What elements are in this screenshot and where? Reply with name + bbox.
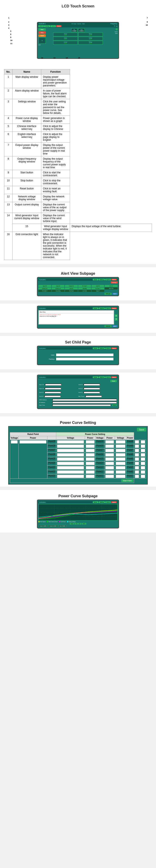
grid-uf-field[interactable] [84, 388, 100, 390]
pt6-v[interactable] [135, 453, 139, 457]
log-refresh-button[interactable]: Refresh [104, 325, 112, 327]
log-tab-setting[interactable]: Setting [99, 308, 105, 309]
pt17-v[interactable] [105, 449, 114, 452]
alert-grid-uv2[interactable]: Grid UV [65, 287, 78, 289]
pt22-v[interactable] [57, 470, 84, 474]
max-power-field[interactable] [85, 395, 102, 397]
pt19-v[interactable] [105, 440, 114, 443]
alert-tab-setting[interactable]: Setting [99, 279, 105, 280]
scroll-down-btn[interactable]: ▼ [115, 318, 118, 321]
alert-tab-curve[interactable]: Curve [105, 279, 111, 280]
pt4-v[interactable] [135, 462, 139, 465]
pt25-p[interactable] [86, 458, 94, 461]
pt9-p[interactable] [141, 440, 145, 443]
alert-islanding[interactable]: Islanding [78, 287, 91, 289]
alert-pv-input[interactable]: PV Input T [92, 287, 104, 289]
pt26-p[interactable] [86, 453, 94, 457]
pt15-p[interactable] [116, 458, 125, 461]
pt24-v[interactable] [57, 462, 84, 465]
input-uv-field[interactable] [45, 388, 61, 390]
en-label[interactable]: EN [116, 26, 118, 27]
alert-grid-uv[interactable]: Grid UV [105, 285, 118, 287]
pt29-v[interactable] [57, 440, 84, 443]
grid-uv-field[interactable] [44, 395, 61, 397]
settings-tab-home[interactable]: Home [93, 376, 98, 378]
tab-alarm[interactable]: Alarm [56, 25, 62, 27]
set-tab-alarm[interactable]: Alarm [111, 347, 117, 349]
pt11-p[interactable] [116, 475, 125, 478]
alert-output-ov[interactable]: Output OV [65, 285, 78, 287]
scroll-up-btn[interactable]: ▲ [115, 314, 118, 317]
pt27-p[interactable] [86, 449, 94, 452]
alert-adjust[interactable]: Adjust T [92, 290, 104, 292]
pt14-p[interactable] [116, 462, 125, 465]
alert-input-ov2[interactable]: Input OV2 [105, 287, 118, 289]
pt19-p[interactable] [116, 440, 125, 443]
pt1-v[interactable] [135, 475, 139, 478]
input-ov-field[interactable] [45, 384, 61, 386]
log-tab-alarm[interactable]: Alarm [111, 308, 117, 309]
grid-of-field[interactable] [84, 384, 100, 386]
pt3-v[interactable] [135, 466, 139, 469]
pt24-p[interactable] [86, 462, 94, 465]
curve-tab-home[interactable]: Home [93, 501, 98, 503]
start-btn-display[interactable]: Start [38, 28, 46, 31]
pt7-v[interactable] [135, 449, 139, 452]
grid-on-field[interactable] [84, 392, 100, 394]
alert-grid-ov[interactable]: Grid OV [92, 285, 104, 287]
settings-tab-curve[interactable]: Curve [105, 376, 111, 378]
pt28-v[interactable] [57, 444, 84, 448]
pt17-p[interactable] [116, 449, 125, 452]
tab-home[interactable]: Home [38, 25, 44, 27]
alert-input-ov[interactable]: Input OV [38, 285, 51, 287]
alert-dc-overt[interactable]: DC Over T [78, 285, 91, 287]
pt14-v[interactable] [105, 462, 114, 465]
start-time-field[interactable] [52, 404, 111, 406]
set-tab-curve[interactable]: Curve [105, 347, 111, 349]
pt16-p[interactable] [116, 453, 125, 457]
pt2-p[interactable] [141, 470, 145, 474]
settings-tab-alarm[interactable]: Alarm [111, 376, 117, 378]
alert-fan[interactable]: Fan Fault [65, 290, 78, 292]
log-tab-curve[interactable]: Curve [105, 308, 111, 309]
start-time-btn[interactable]: Save [112, 404, 117, 406]
curve-start-point-btn[interactable]: Start Point [121, 479, 133, 482]
pt29-p[interactable] [86, 440, 94, 443]
pt23-v[interactable] [57, 466, 84, 469]
user-input[interactable] [56, 353, 114, 356]
tab-curve[interactable]: Curve [51, 25, 56, 27]
pt2-v[interactable] [135, 470, 139, 474]
pt21-p[interactable] [86, 475, 94, 478]
ch-label[interactable]: 中 [114, 25, 115, 27]
pt15-v[interactable] [105, 458, 114, 461]
pt26-v[interactable] [57, 453, 84, 457]
reset-btn-display[interactable]: Reset [38, 34, 46, 37]
pt5-v[interactable] [135, 458, 139, 461]
ams-field[interactable] [52, 399, 117, 401]
pt9-v[interactable] [135, 440, 139, 443]
alert-pv-under[interactable]: PV Under T [38, 290, 51, 292]
curve-rewind-btn[interactable]: ◄◄ [70, 523, 74, 525]
factory-input[interactable] [56, 358, 114, 361]
curve-tab-alarm[interactable]: Alarm [111, 501, 117, 503]
curve-next-btn[interactable]: ► [78, 523, 82, 525]
curve-save-button[interactable]: Save [137, 428, 146, 431]
tab-setting[interactable]: Setting [44, 25, 50, 27]
pt25-v[interactable] [57, 458, 84, 461]
curve-forward-btn[interactable]: ►► [82, 523, 86, 525]
alert-dcbus-uv[interactable]: DCBUS UV [52, 287, 65, 289]
pt18-v[interactable] [105, 444, 114, 448]
pt21-v[interactable] [57, 475, 84, 478]
pt13-p[interactable] [116, 466, 125, 469]
alert-input-uv[interactable]: Input UV [52, 285, 65, 287]
alert-dcbus-ov[interactable]: DCBUS OV [38, 287, 51, 289]
grid-ov-field[interactable] [44, 392, 61, 394]
pt12-v[interactable] [105, 470, 114, 474]
set-tab-setting[interactable]: Setting [99, 347, 105, 349]
pt18-p[interactable] [116, 444, 125, 448]
pt16-v[interactable] [105, 453, 114, 457]
rated-p-input[interactable] [20, 440, 46, 443]
log-tab-home[interactable]: Home [93, 308, 98, 309]
pt11-v[interactable] [105, 475, 114, 478]
alert-low-grid[interactable]: Low Grid [78, 290, 91, 292]
